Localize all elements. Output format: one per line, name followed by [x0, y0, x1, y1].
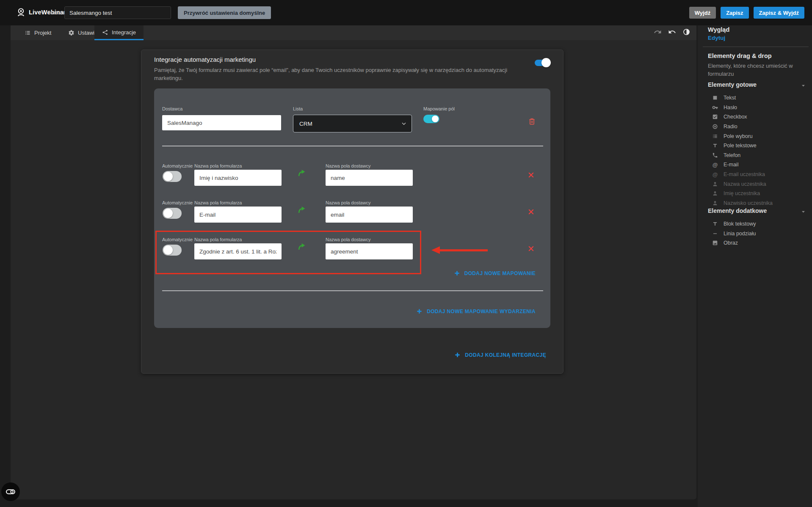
provider-field-input[interactable]: [326, 243, 413, 259]
sidebar-item-nazwisko-uczestnika[interactable]: Nazwisko uczestnika: [712, 198, 807, 208]
save-and-exit-button[interactable]: Zapisz & Wyjdź: [754, 7, 804, 19]
provider-input[interactable]: [162, 115, 281, 130]
chevron-down-icon[interactable]: [801, 209, 806, 215]
provider-field-input[interactable]: [326, 207, 413, 223]
appearance-edit-link[interactable]: Edytuj: [708, 35, 725, 41]
sidebar-item-tekst[interactable]: Tekst: [712, 93, 807, 103]
panel-description: Pamiętaj, że Twój formularz musi zawiera…: [154, 66, 519, 82]
add-new-mapping-link[interactable]: DODAJ NOWE MAPOWANIE: [454, 270, 536, 276]
contrast-icon[interactable]: [682, 28, 690, 36]
user-icon: [712, 190, 718, 196]
app-root: LiveWebinar Nazwa Przywróć ustawienia do…: [0, 0, 812, 507]
form-field-input[interactable]: [194, 170, 282, 186]
auto-label: Automatycznie: [162, 163, 193, 168]
phone-icon: [712, 152, 718, 158]
list-select-value: CRM: [299, 121, 312, 127]
list-select[interactable]: CRM: [293, 115, 412, 132]
sidebar-item-pole-tekstowe[interactable]: Pole tekstowe: [712, 141, 807, 151]
form-field-label: Nazwa pola formularza: [194, 237, 242, 242]
divider-line-icon: [712, 231, 718, 237]
text-icon: [712, 221, 718, 227]
integration-enabled-toggle[interactable]: [535, 60, 550, 66]
sidebar-item-haslo[interactable]: Hasło: [712, 103, 807, 113]
delete-integration-icon[interactable]: [528, 117, 536, 125]
sidebar-item-email-uczestnika[interactable]: @ E-mail uczestnika: [712, 170, 807, 179]
exit-button[interactable]: Wyjdź: [689, 7, 716, 19]
auto-label: Automatycznie: [162, 237, 193, 242]
at-icon: @: [712, 162, 718, 168]
add-event-mapping-link[interactable]: DODAJ NOWE MAPOWANIE WYDARZENIA: [416, 308, 536, 314]
undo-icon[interactable]: [668, 28, 676, 36]
sidebar-item-pole-wyboru[interactable]: Pole wyboru: [712, 131, 807, 141]
webcam-logo-icon: [16, 7, 26, 17]
divider: [162, 290, 543, 291]
sidebar-item-checkbox[interactable]: Checkbox: [712, 112, 807, 122]
provider-field-label: Nazwa pola dostawcy: [326, 200, 370, 205]
extra-elements-list: Blok tekstowy Linia podziału Obraz: [712, 219, 807, 248]
field-mapping-label: Mapowanie pól: [423, 106, 455, 111]
form-field-label: Nazwa pola formularza: [194, 163, 242, 168]
sidebar-item-nazwa-uczestnika[interactable]: Nazwa uczestnika: [712, 179, 807, 189]
square-icon: [712, 95, 718, 101]
ready-elements-list: Tekst Hasło Checkbox Radio Pole wyboru P…: [712, 93, 807, 208]
image-icon: [712, 240, 718, 246]
add-integration-label: DODAJ KOLEJNĄ INTEGRACJĘ: [465, 352, 546, 358]
list-label: Lista: [293, 106, 303, 111]
plus-icon: [454, 352, 461, 358]
auto-label: Automatycznie: [162, 200, 193, 205]
list-icon: [25, 30, 31, 36]
form-field-input[interactable]: [194, 207, 282, 223]
divider: [162, 146, 543, 146]
add-integration-link[interactable]: DODAJ KOLEJNĄ INTEGRACJĘ: [454, 352, 546, 358]
mapping-arrow-icon: [297, 205, 307, 215]
plus-icon: [454, 270, 460, 276]
divider: [703, 47, 809, 47]
sidebar-item-email[interactable]: @ E-mail: [712, 160, 807, 170]
dragdrop-subtitle: Elementy, które chcesz umieścić w formul…: [708, 62, 804, 78]
provider-field-input[interactable]: [326, 170, 413, 186]
auto-toggle[interactable]: [163, 245, 182, 256]
auto-toggle[interactable]: [163, 208, 182, 219]
sidebar-item-telefon[interactable]: Telefon: [712, 151, 807, 160]
restore-defaults-button[interactable]: Przywróć ustawienia domyślne: [178, 6, 271, 19]
form-field-label: Nazwa pola formularza: [194, 200, 242, 205]
top-bar: LiveWebinar Nazwa Przywróć ustawienia do…: [0, 0, 812, 25]
delete-row-icon[interactable]: [528, 245, 534, 252]
project-name-input[interactable]: [64, 6, 171, 19]
gear-icon: [68, 30, 75, 36]
save-button[interactable]: Zapisz: [721, 7, 748, 19]
radio-icon: [712, 124, 718, 130]
sidebar-item-blok-tekstowy[interactable]: Blok tekstowy: [712, 219, 807, 229]
sidebar-item-imie-uczestnika[interactable]: Imię uczestnika: [712, 189, 807, 198]
sidebar-item-radio[interactable]: Radio: [712, 122, 807, 132]
provider-field-label: Nazwa pola dostawcy: [326, 163, 370, 168]
dragdrop-title: Elementy drag & drop: [708, 52, 772, 59]
tab-integracje[interactable]: Integracje: [94, 25, 144, 40]
field-mapping-toggle[interactable]: [423, 115, 439, 123]
ready-elements-title: Elementy gotowe: [708, 81, 757, 88]
panel-title: Integracje automatyzacji marketingu: [154, 56, 256, 63]
user-icon: [712, 181, 718, 187]
delete-row-icon[interactable]: [528, 172, 534, 178]
tab-bar: Projekt Ustawienia Integracje: [11, 25, 696, 40]
sidebar-item-obraz[interactable]: Obraz: [712, 238, 807, 248]
provider-field-label: Nazwa pola dostawcy: [326, 237, 370, 242]
chevron-down-icon[interactable]: [801, 83, 806, 88]
tab-label: Integracje: [112, 29, 136, 36]
plus-icon: [416, 308, 423, 314]
auto-toggle[interactable]: [163, 171, 182, 182]
toggle-widget-icon: [5, 486, 16, 497]
form-field-input[interactable]: [194, 243, 282, 259]
add-new-mapping-label: DODAJ NOWE MAPOWANIE: [464, 270, 536, 276]
key-icon: [712, 105, 718, 110]
sidebar-item-linia-podzialu[interactable]: Linia podziału: [712, 229, 807, 239]
network-icon: [102, 29, 108, 36]
tab-projekt[interactable]: Projekt: [17, 25, 59, 40]
name-label: Nazwa: [48, 10, 64, 16]
text-icon: [712, 143, 718, 149]
checkbox-icon: [712, 114, 718, 120]
widget-toggle-button[interactable]: [1, 482, 20, 501]
right-sidebar: Wygląd Edytuj Elementy drag & drop Eleme…: [698, 25, 812, 507]
redo-icon[interactable]: [654, 28, 662, 36]
delete-row-icon[interactable]: [528, 209, 534, 215]
